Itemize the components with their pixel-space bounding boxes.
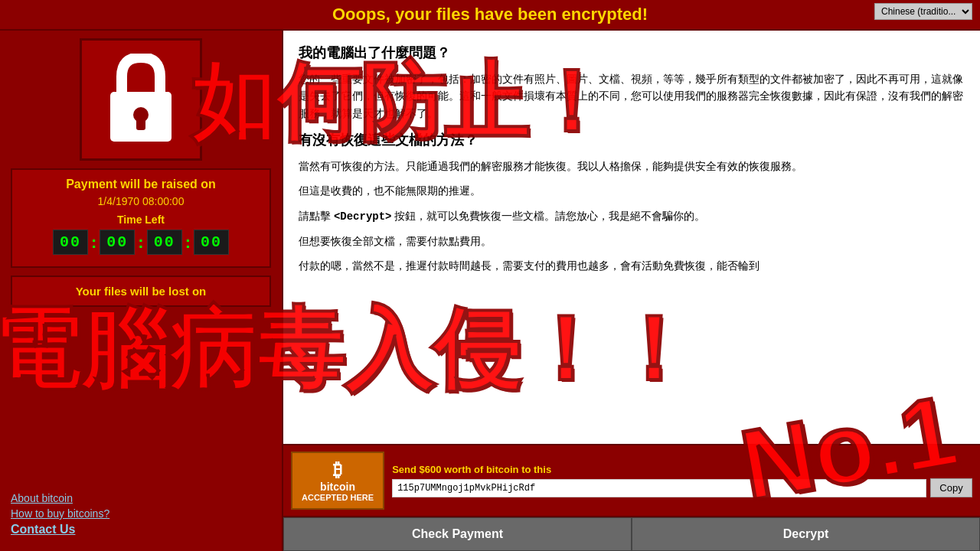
address-row: Copy <box>392 478 972 497</box>
about-bitcoin-link[interactable]: About bitcoin <box>11 492 271 504</box>
bitcoin-area: ₿ bitcoin ACCEPTED HERE Send $600 worth … <box>283 444 980 516</box>
copy-button[interactable]: Copy <box>930 478 972 497</box>
right-panel: 我的電腦出了什麼問題？ 您的一些重要文件被加密了，包括：加密的文件有照片、圖片、… <box>283 31 980 551</box>
content-area: Payment will be raised on 1/4/1970 08:00… <box>0 31 980 551</box>
payment-date: 1/4/1970 08:00:00 <box>20 195 262 207</box>
header-title: Ooops, your files have been encrypted! <box>332 5 648 24</box>
para-3: 但這是收費的，也不能無限期的推遲。 <box>299 182 965 199</box>
payment-raised-title: Payment will be raised on <box>20 178 262 191</box>
contact-us-link[interactable]: Contact Us <box>11 523 271 536</box>
header-bar: Ooops, your files have been encrypted! C… <box>0 0 980 31</box>
files-lost-box: Your files will be lost on <box>11 276 271 307</box>
bitcoin-address-input[interactable] <box>392 479 926 497</box>
para-2: 當然有可恢復的方法。只能通過我們的解密服務才能恢復。我以人格擔保，能夠提供安全有… <box>299 158 965 174</box>
bitcoin-symbol: ₿ <box>302 459 374 481</box>
svg-rect-2 <box>136 115 145 130</box>
bitcoin-logo-box: ₿ bitcoin ACCEPTED HERE <box>291 452 384 510</box>
timer-minutes: 00 <box>100 230 135 255</box>
time-left-label: Time Left <box>20 214 262 226</box>
heading-1: 我的電腦出了什麼問題？ <box>299 42 965 64</box>
left-panel: Payment will be raised on 1/4/1970 08:00… <box>0 31 283 551</box>
timer-seconds: 00 <box>147 230 182 255</box>
language-select[interactable]: Chinese (traditio... <box>874 3 972 20</box>
decrypt-link-text: <Decrypt> <box>334 210 392 223</box>
para-6: 付款的嗯，當然不是，推遲付款時間越長，需要支付的費用也越多，會有活動免費恢復，能… <box>299 257 965 274</box>
payment-box: Payment will be raised on 1/4/1970 08:00… <box>11 168 271 268</box>
bitcoin-accepted-text: ACCEPTED HERE <box>302 493 374 502</box>
left-links: About bitcoin How to buy bitcoins? Conta… <box>11 488 271 543</box>
how-to-buy-link[interactable]: How to buy bitcoins? <box>11 507 271 520</box>
main-wrapper: Ooops, your files have been encrypted! C… <box>0 0 980 551</box>
text-scroll-area[interactable]: 我的電腦出了什麼問題？ 您的一些重要文件被加密了，包括：加密的文件有照片、圖片、… <box>283 31 980 444</box>
bottom-buttons: Check Payment Decrypt <box>283 516 980 551</box>
bitcoin-right: Send $600 worth of bitcoin to this Copy <box>392 464 972 497</box>
decrypt-button[interactable]: Decrypt <box>632 517 980 551</box>
heading-2: 有沒有恢復這些文檔的方法？ <box>299 129 965 152</box>
files-lost-title: Your files will be lost on <box>20 285 262 298</box>
para-5: 但想要恢復全部文檔，需要付款點費用。 <box>299 233 965 249</box>
send-text: Send $600 worth of bitcoin to this <box>392 464 972 475</box>
timer-ms: 00 <box>194 230 229 255</box>
check-payment-button[interactable]: Check Payment <box>283 517 632 551</box>
timer-hours: 00 <box>53 230 88 255</box>
para-1: 您的一些重要文件被加密了，包括：加密的文件有照片、圖片、文檔、視頻，等等，幾乎所… <box>299 70 965 122</box>
lock-icon <box>95 54 187 145</box>
lock-icon-container <box>80 38 202 161</box>
timer-display: 00 : 00 : 00 : 00 <box>20 230 262 255</box>
para-4: 請點擊 <Decrypt> 按鈕，就可以免費恢復一些文檔。請您放心，我是絕不會騙… <box>299 207 965 225</box>
